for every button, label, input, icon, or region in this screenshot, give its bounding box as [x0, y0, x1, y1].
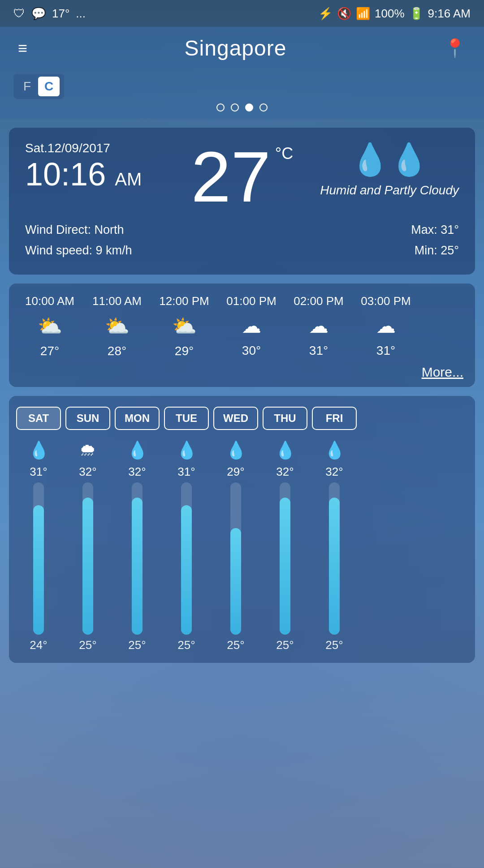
bar-fill-4: [230, 528, 241, 635]
bar-fill-1: [82, 498, 93, 635]
min-max-temps: Max: 31° Min: 25°: [411, 220, 459, 261]
day-tab-thu[interactable]: THU: [263, 407, 307, 430]
hour-time-2: 12:00 PM: [159, 294, 209, 308]
week-item-4: 💧 29° 25°: [213, 439, 258, 652]
week-icon-0: 💧: [28, 439, 49, 461]
message-icon: 💬: [31, 7, 46, 21]
page-indicators: [216, 103, 268, 112]
hour-time-3: 01:00 PM: [226, 294, 276, 308]
day-tab-tue[interactable]: TUE: [164, 407, 209, 430]
battery-icon: 🔋: [409, 7, 424, 21]
hour-temp-0: 27°: [40, 344, 59, 358]
bar-container-1: [82, 482, 93, 635]
min-temp: Min: 25°: [411, 241, 459, 261]
bar-fill-5: [280, 498, 290, 635]
week-max-6: 32°: [325, 465, 343, 479]
bluetooth-icon: ⚡: [318, 7, 333, 21]
day-tab-mon[interactable]: MON: [115, 407, 160, 430]
status-temp: 17°: [52, 7, 69, 21]
wind-speed: Wind speed: 9 km/h: [25, 241, 132, 261]
week-min-1: 25°: [79, 638, 96, 652]
celsius-button[interactable]: C: [38, 77, 60, 96]
mute-icon: 🔇: [337, 7, 351, 21]
fahrenheit-button[interactable]: F: [18, 77, 36, 96]
hour-icon-1: ⛅: [105, 314, 130, 338]
hour-icon-4: ☁: [309, 314, 328, 337]
hour-time-5: 03:00 PM: [361, 294, 411, 308]
week-max-2: 32°: [128, 465, 146, 479]
status-dots: ...: [76, 7, 86, 21]
week-min-0: 24°: [30, 638, 47, 652]
hour-time-1: 11:00 AM: [92, 294, 142, 308]
bar-fill-6: [329, 498, 340, 635]
current-weather-card: Sat.12/09/2017 10:16 AM 27 °C 💧💧 Humid a…: [9, 128, 475, 275]
unit-section: F C: [0, 69, 484, 119]
more-link[interactable]: More...: [16, 365, 468, 380]
week-item-3: 💧 31° 25°: [164, 439, 209, 652]
week-item-6: 💧 32° 25°: [312, 439, 357, 652]
weather-icon-section: 💧💧 Humid and Partly Cloudy: [320, 141, 459, 198]
city-name: Singapore: [185, 36, 287, 60]
datetime-section: Sat.12/09/2017 10:16 AM: [25, 141, 142, 190]
weekly-forecast-section: SATSUNMONTUEWEDTHUFRI 💧 31° 24° 🌧 32° 25…: [9, 396, 475, 663]
hour-temp-2: 29°: [175, 344, 194, 358]
page-dot-1[interactable]: [216, 103, 225, 112]
hour-item-0: 10:00 AM ⛅ 27°: [16, 294, 83, 358]
hourly-scroll[interactable]: 10:00 AM ⛅ 27° 11:00 AM ⛅ 28° 12:00 PM ⛅…: [16, 294, 468, 358]
hour-time-4: 02:00 PM: [294, 294, 343, 308]
bar-fill-2: [132, 498, 143, 635]
week-min-5: 25°: [276, 638, 294, 652]
hourly-forecast-section: 10:00 AM ⛅ 27° 11:00 AM ⛅ 28° 12:00 PM ⛅…: [9, 284, 475, 387]
week-max-0: 31°: [30, 465, 47, 479]
menu-button[interactable]: ≡: [18, 39, 27, 58]
bar-container-4: [230, 482, 241, 635]
hour-temp-3: 30°: [242, 344, 261, 358]
day-tab-wed[interactable]: WED: [213, 407, 258, 430]
day-tab-sun[interactable]: SUN: [65, 407, 110, 430]
page-dot-2[interactable]: [231, 103, 239, 112]
page-dot-4[interactable]: [259, 103, 268, 112]
status-bar: 🛡 💬 17° ... ⚡ 🔇 📶 100% 🔋 9:16 AM: [0, 0, 484, 27]
humidity-icon: 💧💧: [350, 141, 428, 178]
hour-time-0: 10:00 AM: [25, 294, 74, 308]
hour-item-5: 03:00 PM ☁ 31°: [352, 294, 419, 358]
weather-condition: Humid and Partly Cloudy: [320, 182, 459, 198]
week-icon-3: 💧: [176, 439, 197, 461]
hour-item-4: 02:00 PM ☁ 31°: [285, 294, 352, 358]
status-left: 🛡 💬 17° ...: [13, 7, 86, 21]
current-date: Sat.12/09/2017: [25, 141, 142, 155]
week-max-3: 31°: [177, 465, 195, 479]
page-dot-3[interactable]: [245, 103, 253, 112]
hour-icon-3: ☁: [242, 314, 261, 337]
clock-time: 9:16 AM: [428, 7, 471, 21]
week-max-5: 32°: [276, 465, 294, 479]
week-icon-5: 💧: [275, 439, 296, 461]
week-icon-6: 💧: [324, 439, 345, 461]
bar-container-2: [132, 482, 143, 635]
current-temperature: 27 °C: [191, 141, 271, 213]
day-tab-fri[interactable]: FRI: [312, 407, 357, 430]
bar-fill-0: [33, 505, 44, 635]
hour-item-1: 11:00 AM ⛅ 28°: [83, 294, 151, 358]
day-tab-sat[interactable]: SAT: [16, 407, 61, 430]
wifi-icon: 📶: [356, 7, 370, 21]
wind-direction: Wind Direct: North: [25, 220, 132, 241]
bar-container-3: [181, 482, 192, 635]
wind-info: Wind Direct: North Wind speed: 9 km/h: [25, 220, 132, 261]
hour-item-2: 12:00 PM ⛅ 29°: [151, 294, 218, 358]
week-icon-4: 💧: [225, 439, 246, 461]
week-item-1: 🌧 32° 25°: [65, 439, 110, 652]
status-right: ⚡ 🔇 📶 100% 🔋 9:16 AM: [318, 7, 471, 21]
week-item-5: 💧 32° 25°: [263, 439, 307, 652]
week-item-0: 💧 31° 24°: [16, 439, 61, 652]
hour-icon-5: ☁: [376, 314, 396, 337]
location-icon[interactable]: 📍: [444, 38, 466, 59]
bar-container-6: [329, 482, 340, 635]
top-nav: ≡ Singapore 📍: [0, 27, 484, 69]
bar-container-5: [280, 482, 290, 635]
week-min-3: 25°: [177, 638, 195, 652]
bar-container-0: [33, 482, 44, 635]
week-icon-1: 🌧: [79, 439, 96, 461]
hour-icon-2: ⛅: [172, 314, 197, 338]
day-tabs: SATSUNMONTUEWEDTHUFRI: [16, 407, 468, 430]
